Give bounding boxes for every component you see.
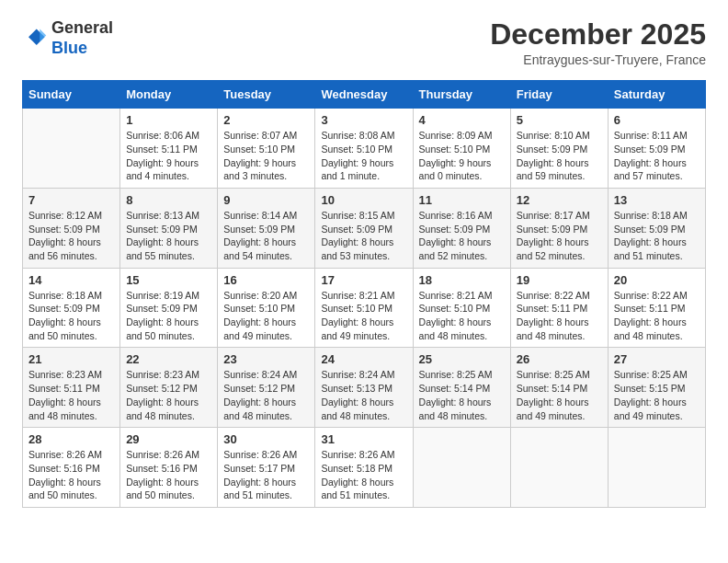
day-info: Sunrise: 8:26 AMSunset: 5:18 PMDaylight:… bbox=[321, 448, 406, 502]
day-cell: 2Sunrise: 8:07 AMSunset: 5:10 PMDaylight… bbox=[218, 109, 315, 189]
day-cell: 5Sunrise: 8:10 AMSunset: 5:09 PMDaylight… bbox=[510, 109, 608, 189]
day-cell: 28Sunrise: 8:26 AMSunset: 5:16 PMDayligh… bbox=[23, 428, 120, 508]
day-number: 12 bbox=[517, 193, 602, 207]
day-cell: 1Sunrise: 8:06 AMSunset: 5:11 PMDaylight… bbox=[120, 109, 218, 189]
page: General Blue December 2025 Entraygues-su… bbox=[0, 0, 728, 526]
day-cell: 25Sunrise: 8:25 AMSunset: 5:14 PMDayligh… bbox=[413, 348, 510, 428]
day-cell: 15Sunrise: 8:19 AMSunset: 5:09 PMDayligh… bbox=[120, 268, 218, 348]
day-cell: 19Sunrise: 8:22 AMSunset: 5:11 PMDayligh… bbox=[510, 268, 608, 348]
day-number: 19 bbox=[517, 273, 602, 287]
day-info: Sunrise: 8:26 AMSunset: 5:16 PMDaylight:… bbox=[126, 448, 211, 502]
header: General Blue December 2025 Entraygues-su… bbox=[22, 18, 706, 67]
day-number: 30 bbox=[223, 432, 309, 446]
day-number: 25 bbox=[419, 352, 505, 366]
day-number: 8 bbox=[126, 193, 211, 207]
title-block: December 2025 Entraygues-sur-Truyere, Fr… bbox=[490, 18, 706, 67]
day-cell: 17Sunrise: 8:21 AMSunset: 5:10 PMDayligh… bbox=[315, 268, 413, 348]
day-cell: 6Sunrise: 8:11 AMSunset: 5:09 PMDaylight… bbox=[608, 109, 705, 189]
day-info: Sunrise: 8:13 AMSunset: 5:09 PMDaylight:… bbox=[126, 209, 211, 263]
day-number: 20 bbox=[614, 273, 700, 287]
day-number: 5 bbox=[517, 113, 602, 127]
day-number: 21 bbox=[28, 352, 114, 366]
day-info: Sunrise: 8:22 AMSunset: 5:11 PMDaylight:… bbox=[517, 289, 602, 343]
week-row-4: 21Sunrise: 8:23 AMSunset: 5:11 PMDayligh… bbox=[23, 348, 706, 428]
day-number: 6 bbox=[614, 113, 700, 127]
day-number: 28 bbox=[28, 432, 114, 446]
day-cell: 22Sunrise: 8:23 AMSunset: 5:12 PMDayligh… bbox=[120, 348, 218, 428]
day-info: Sunrise: 8:21 AMSunset: 5:10 PMDaylight:… bbox=[419, 289, 505, 343]
day-number: 11 bbox=[419, 193, 505, 207]
day-info: Sunrise: 8:25 AMSunset: 5:15 PMDaylight:… bbox=[614, 368, 700, 422]
day-info: Sunrise: 8:18 AMSunset: 5:09 PMDaylight:… bbox=[28, 289, 114, 343]
day-info: Sunrise: 8:25 AMSunset: 5:14 PMDaylight:… bbox=[517, 368, 602, 422]
day-cell bbox=[23, 109, 120, 189]
day-number: 18 bbox=[419, 273, 505, 287]
logo-text: General Blue bbox=[51, 18, 113, 58]
day-info: Sunrise: 8:24 AMSunset: 5:12 PMDaylight:… bbox=[223, 368, 309, 422]
day-info: Sunrise: 8:23 AMSunset: 5:11 PMDaylight:… bbox=[28, 368, 114, 422]
col-header-monday: Monday bbox=[120, 81, 218, 109]
month-title: December 2025 bbox=[490, 18, 706, 51]
calendar-table: SundayMondayTuesdayWednesdayThursdayFrid… bbox=[22, 80, 706, 508]
day-number: 7 bbox=[28, 193, 114, 207]
day-cell bbox=[608, 428, 705, 508]
day-number: 26 bbox=[517, 352, 602, 366]
day-cell: 23Sunrise: 8:24 AMSunset: 5:12 PMDayligh… bbox=[218, 348, 315, 428]
day-number: 29 bbox=[126, 432, 211, 446]
week-row-5: 28Sunrise: 8:26 AMSunset: 5:16 PMDayligh… bbox=[23, 428, 706, 508]
day-info: Sunrise: 8:10 AMSunset: 5:09 PMDaylight:… bbox=[517, 129, 602, 183]
day-cell: 18Sunrise: 8:21 AMSunset: 5:10 PMDayligh… bbox=[413, 268, 510, 348]
day-info: Sunrise: 8:20 AMSunset: 5:10 PMDaylight:… bbox=[223, 289, 309, 343]
day-cell: 4Sunrise: 8:09 AMSunset: 5:10 PMDaylight… bbox=[413, 109, 510, 189]
day-number: 31 bbox=[321, 432, 406, 446]
col-header-sunday: Sunday bbox=[23, 81, 120, 109]
day-cell bbox=[510, 428, 608, 508]
day-number: 3 bbox=[321, 113, 406, 127]
day-cell: 8Sunrise: 8:13 AMSunset: 5:09 PMDaylight… bbox=[120, 188, 218, 268]
svg-marker-1 bbox=[40, 29, 46, 41]
day-cell: 9Sunrise: 8:14 AMSunset: 5:09 PMDaylight… bbox=[218, 188, 315, 268]
day-cell: 3Sunrise: 8:08 AMSunset: 5:10 PMDaylight… bbox=[315, 109, 413, 189]
day-cell: 7Sunrise: 8:12 AMSunset: 5:09 PMDaylight… bbox=[23, 188, 120, 268]
day-info: Sunrise: 8:12 AMSunset: 5:09 PMDaylight:… bbox=[28, 209, 114, 263]
day-number: 1 bbox=[126, 113, 211, 127]
day-number: 13 bbox=[614, 193, 700, 207]
day-info: Sunrise: 8:16 AMSunset: 5:09 PMDaylight:… bbox=[419, 209, 505, 263]
day-number: 16 bbox=[223, 273, 309, 287]
col-header-wednesday: Wednesday bbox=[315, 81, 413, 109]
day-cell: 24Sunrise: 8:24 AMSunset: 5:13 PMDayligh… bbox=[315, 348, 413, 428]
day-number: 15 bbox=[126, 273, 211, 287]
day-number: 10 bbox=[321, 193, 406, 207]
day-info: Sunrise: 8:19 AMSunset: 5:09 PMDaylight:… bbox=[126, 289, 211, 343]
day-info: Sunrise: 8:14 AMSunset: 5:09 PMDaylight:… bbox=[223, 209, 309, 263]
day-info: Sunrise: 8:26 AMSunset: 5:16 PMDaylight:… bbox=[28, 448, 114, 502]
day-info: Sunrise: 8:26 AMSunset: 5:17 PMDaylight:… bbox=[223, 448, 309, 502]
col-header-saturday: Saturday bbox=[608, 81, 705, 109]
day-info: Sunrise: 8:23 AMSunset: 5:12 PMDaylight:… bbox=[126, 368, 211, 422]
col-header-thursday: Thursday bbox=[413, 81, 510, 109]
day-cell: 12Sunrise: 8:17 AMSunset: 5:09 PMDayligh… bbox=[510, 188, 608, 268]
logo-general: General bbox=[51, 18, 113, 37]
logo-blue: Blue bbox=[51, 39, 87, 57]
location: Entraygues-sur-Truyere, France bbox=[490, 52, 706, 67]
day-cell bbox=[413, 428, 510, 508]
day-cell: 10Sunrise: 8:15 AMSunset: 5:09 PMDayligh… bbox=[315, 188, 413, 268]
logo: General Blue bbox=[22, 18, 113, 58]
day-info: Sunrise: 8:18 AMSunset: 5:09 PMDaylight:… bbox=[614, 209, 700, 263]
day-cell: 30Sunrise: 8:26 AMSunset: 5:17 PMDayligh… bbox=[218, 428, 315, 508]
day-info: Sunrise: 8:24 AMSunset: 5:13 PMDaylight:… bbox=[321, 368, 406, 422]
day-info: Sunrise: 8:09 AMSunset: 5:10 PMDaylight:… bbox=[419, 129, 505, 183]
day-number: 17 bbox=[321, 273, 406, 287]
col-header-tuesday: Tuesday bbox=[218, 81, 315, 109]
day-info: Sunrise: 8:07 AMSunset: 5:10 PMDaylight:… bbox=[223, 129, 309, 183]
day-info: Sunrise: 8:17 AMSunset: 5:09 PMDaylight:… bbox=[517, 209, 602, 263]
day-number: 9 bbox=[223, 193, 309, 207]
week-row-3: 14Sunrise: 8:18 AMSunset: 5:09 PMDayligh… bbox=[23, 268, 706, 348]
col-header-friday: Friday bbox=[510, 81, 608, 109]
week-row-2: 7Sunrise: 8:12 AMSunset: 5:09 PMDaylight… bbox=[23, 188, 706, 268]
day-info: Sunrise: 8:22 AMSunset: 5:11 PMDaylight:… bbox=[614, 289, 700, 343]
day-cell: 13Sunrise: 8:18 AMSunset: 5:09 PMDayligh… bbox=[608, 188, 705, 268]
day-cell: 29Sunrise: 8:26 AMSunset: 5:16 PMDayligh… bbox=[120, 428, 218, 508]
day-cell: 11Sunrise: 8:16 AMSunset: 5:09 PMDayligh… bbox=[413, 188, 510, 268]
day-number: 22 bbox=[126, 352, 211, 366]
